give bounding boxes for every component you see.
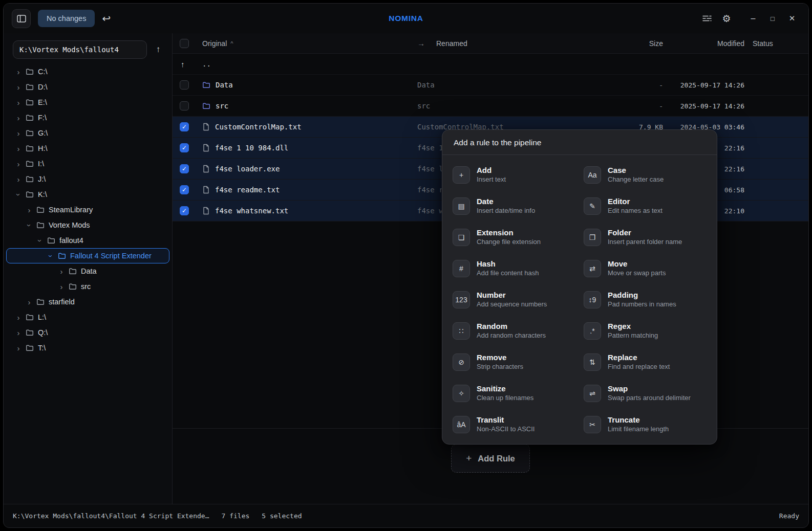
chevron-icon[interactable]: › [14,314,23,321]
tree-item-label: K:\ [38,190,47,198]
tree-item-l[interactable]: ›L:\ [6,309,169,325]
chevron-icon[interactable]: › [14,129,23,137]
rule-item-hash[interactable]: #HashAdd file content hash [448,253,580,284]
rule-item-date[interactable]: ▤DateInsert date/time info [448,190,580,222]
rule-item-translit[interactable]: âATranslitNon-ASCII to ASCII [448,409,580,440]
chevron-icon[interactable]: › [57,283,66,291]
rule-desc: Change file extension [477,238,541,246]
tree-item-h[interactable]: ›H:\ [6,141,169,156]
chevron-icon[interactable]: › [14,114,23,122]
row-checkbox[interactable]: ✓ [180,185,189,194]
rule-item-padding[interactable]: ↕9PaddingPad numbers in names [580,284,711,315]
chevron-icon[interactable]: › [25,298,33,306]
translit-icon: âA [453,416,470,433]
file-row-src[interactable]: srcsrc-2025-09-17 14:26 [173,96,808,117]
tree-item-k[interactable]: ›K:\ [6,187,169,202]
tree-item-fallout4[interactable]: ›fallout4 [6,233,169,248]
chevron-icon[interactable]: › [14,145,23,152]
tree-item-c[interactable]: ›C:\ [6,64,169,79]
rule-item-folder[interactable]: ❐FolderInsert parent folder name [580,222,711,253]
rule-item-extension[interactable]: ❏ExtensionChange file extension [448,222,580,253]
rule-item-remove[interactable]: ⊘RemoveStrip characters [448,346,580,378]
tree-item-t[interactable]: ›T:\ [6,340,169,356]
chevron-icon[interactable]: › [57,268,66,275]
chevron-icon[interactable]: › [14,175,23,183]
chevron-icon[interactable]: › [26,221,33,229]
rule-item-editor[interactable]: ✎EditorEdit names as text [580,190,711,222]
row-checkbox[interactable]: ✓ [180,164,189,173]
tree-item-data[interactable]: ›Data [6,263,169,279]
row-checkbox[interactable]: ✓ [180,122,189,131]
rule-name: Padding [608,291,676,300]
no-changes-button[interactable]: No changes [38,10,95,27]
chevron-icon[interactable]: › [14,99,23,106]
folder-icon [26,83,34,91]
rule-item-replace[interactable]: ⇅ReplaceFind and replace text [580,346,711,378]
minimize-button[interactable]: – [745,10,761,27]
chevron-icon[interactable]: › [47,252,55,260]
chevron-icon[interactable]: › [14,160,23,168]
tree-item-label: E:\ [38,98,47,106]
tree-item-j[interactable]: ›J:\ [6,171,169,187]
parent-directory-row[interactable]: ↑ .. [173,54,808,75]
row-checkbox[interactable] [180,101,189,110]
close-button[interactable]: ✕ [784,10,800,27]
chevron-icon[interactable]: › [36,236,44,245]
chevron-icon[interactable]: › [14,344,23,352]
path-input[interactable] [13,40,147,59]
original-name: f4se_readme.txt [215,186,280,194]
original-name: f4se_1_10_984.dll [215,144,288,152]
tree-item-g[interactable]: ›G:\ [6,125,169,141]
rule-name: Editor [608,197,663,207]
add-rule-button[interactable]: + Add Rule [451,444,530,473]
rule-desc: Find and replace text [608,363,670,371]
tree-item-d[interactable]: ›D:\ [6,79,169,95]
rule-item-number[interactable]: 123NumberAdd sequence numbers [448,284,580,315]
go-up-button[interactable]: ↑ [150,41,166,58]
chevron-icon[interactable]: › [25,206,33,214]
rule-desc: Clean up filenames [477,394,533,402]
rule-item-regex[interactable]: .*RegexPattern matching [580,315,711,346]
rule-name: Hash [477,259,539,269]
pipeline-view-button[interactable] [699,10,715,27]
sidebar-toggle-button[interactable] [12,9,31,28]
chevron-icon[interactable]: › [14,68,23,76]
tree-item-vortex-mods[interactable]: ›Vortex Mods [6,217,169,233]
chevron-icon[interactable]: › [14,83,23,91]
rule-item-sanitize[interactable]: ✧SanitizeClean up filenames [448,378,580,409]
row-checkbox[interactable]: ✓ [180,143,189,152]
tree-item-fallout-4-script-extender[interactable]: ›Fallout 4 Script Extender [6,248,169,263]
settings-button[interactable]: ⚙ [718,10,735,27]
rule-item-add[interactable]: +AddInsert text [448,159,580,190]
column-header-size[interactable]: Size [612,39,668,48]
column-header-status[interactable]: Status [753,39,802,48]
truncate-icon: ✂ [584,416,601,433]
tree-item-e[interactable]: ›E:\ [6,95,169,110]
file-row-data[interactable]: DataData-2025-09-17 14:26 [173,75,808,96]
tree-item-f[interactable]: ›F:\ [6,110,169,125]
size-cell: - [612,81,668,89]
tree-item-src[interactable]: ›src [6,279,169,294]
column-header-modified[interactable]: Modified [668,39,753,48]
rule-item-move[interactable]: ⇄MoveMove or swap parts [580,253,711,284]
column-header-renamed[interactable]: → Renamed [417,39,612,48]
tree-item-i[interactable]: ›I:\ [6,156,169,171]
chevron-icon[interactable]: › [15,190,23,198]
rule-item-case[interactable]: AaCaseChange letter case [580,159,711,190]
tree-item-steamlibrary[interactable]: ›SteamLibrary [6,202,169,217]
chevron-icon[interactable]: › [14,329,23,337]
row-checkbox[interactable] [180,80,189,90]
tree-item-q[interactable]: ›Q:\ [6,325,169,340]
tree-item-label: Vortex Mods [49,221,90,229]
row-checkbox[interactable]: ✓ [180,206,189,215]
tree-item-starfield[interactable]: ›starfield [6,294,169,309]
rule-item-swap[interactable]: ⇌SwapSwap parts around delimiter [580,378,711,409]
maximize-button[interactable]: □ [764,10,781,27]
folder-icon [69,267,77,275]
rule-item-truncate[interactable]: ✂TruncateLimit filename length [580,409,711,440]
column-header-original[interactable]: Original ^ [202,39,417,48]
rule-item-random[interactable]: ∷RandomAdd random characters [448,315,580,346]
select-all-checkbox[interactable] [180,39,189,48]
undo-button[interactable]: ↩ [102,12,111,25]
folder-icon [36,206,45,214]
